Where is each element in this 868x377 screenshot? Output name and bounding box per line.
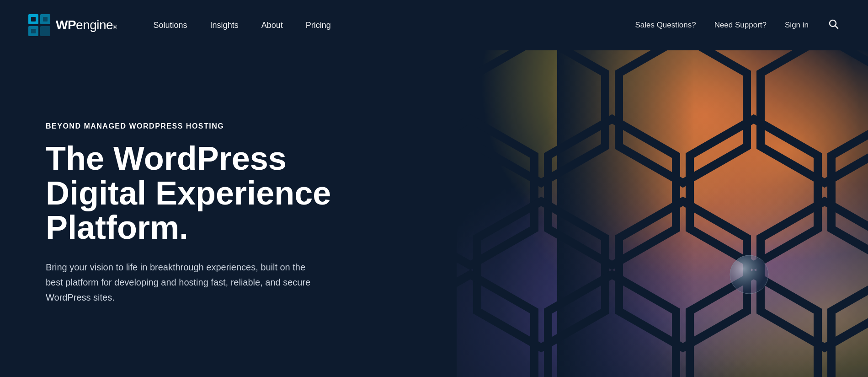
logo-engine: engine	[76, 18, 113, 32]
svg-rect-7	[31, 29, 36, 33]
logo-text: WPengine®	[56, 18, 117, 32]
svg-marker-15	[690, 119, 818, 265]
logo-reg: ®	[113, 24, 117, 31]
nav-signin[interactable]: Sign in	[785, 21, 809, 30]
search-icon	[829, 19, 839, 29]
hero-eyebrow: BEYOND MANAGED WORDPRESS HOSTING	[46, 122, 450, 130]
logo-wp: WP	[56, 18, 76, 32]
svg-line-9	[836, 26, 838, 28]
svg-marker-17	[477, 201, 605, 348]
hero-section: BEYOND MANAGED WORDPRESS HOSTING The Wor…	[0, 50, 868, 377]
wpengine-logo-icon	[27, 13, 51, 37]
nav-solutions[interactable]: Solutions	[154, 21, 187, 30]
navbar: WPengine® Solutions Insights About Prici…	[0, 0, 868, 50]
nav-insights[interactable]: Insights	[210, 21, 239, 30]
hero-description: Bring your vision to life in breakthroug…	[46, 260, 311, 305]
svg-point-25	[730, 255, 768, 294]
svg-marker-16	[831, 119, 868, 265]
nav-about[interactable]: About	[261, 21, 283, 30]
nav-pricing[interactable]: Pricing	[306, 21, 331, 30]
hero-content: BEYOND MANAGED WORDPRESS HOSTING The Wor…	[0, 50, 477, 377]
svg-marker-18	[619, 201, 747, 348]
hex-grid-svg	[457, 50, 868, 377]
svg-marker-11	[619, 50, 747, 183]
svg-rect-4	[40, 26, 50, 36]
nav-support[interactable]: Need Support?	[714, 21, 767, 30]
nav-right-links: Sales Questions? Need Support? Sign in	[635, 17, 841, 33]
search-button[interactable]	[827, 17, 841, 33]
svg-rect-5	[31, 17, 36, 22]
nav-main-links: Solutions Insights About Pricing	[154, 21, 635, 30]
logo[interactable]: WPengine®	[27, 13, 117, 37]
svg-marker-14	[548, 119, 676, 265]
nav-sales[interactable]: Sales Questions?	[635, 21, 696, 30]
hero-title: The WordPress Digital Experience Platfor…	[46, 141, 366, 245]
svg-marker-21	[548, 275, 676, 377]
svg-marker-10	[477, 50, 605, 183]
svg-rect-6	[43, 17, 48, 22]
